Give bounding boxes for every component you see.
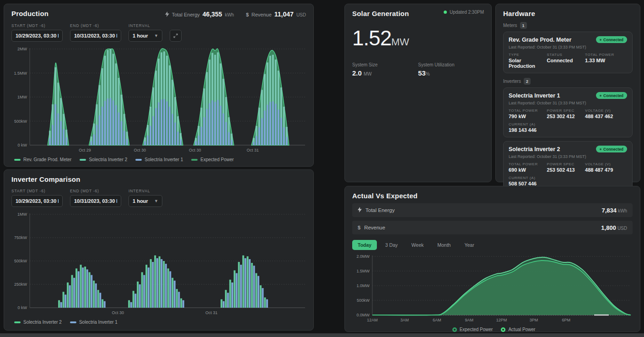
svg-text:12AM: 12AM — [367, 318, 378, 322]
inverter-comparison-chart[interactable]: 1MW750kW500kW250kW0 kWOct 30Oct 31 — [11, 211, 307, 318]
updated-status: Updated 2:30PM — [444, 10, 484, 15]
inverter-field-power-spec: POWER SPEC 253 502 413 — [547, 162, 585, 173]
last-reported: Last Reported: October 31 (3:33 PM MST) — [509, 154, 627, 159]
row-value: 1,800 — [601, 224, 616, 231]
production-stats: Total Energy 46,355 kWh $ Revenue 11,047… — [165, 11, 306, 18]
legend-marker-icon — [501, 327, 505, 332]
legend-item-rev-grade-prod-meter[interactable]: Rev. Grade Prod. Meter — [14, 157, 71, 162]
dollar-icon: $ — [358, 225, 360, 230]
solar-stats: System Size 2.0 MW System Utilization 53… — [352, 62, 484, 77]
inverters-count-badge: 2 — [524, 78, 531, 85]
field-value: 790 kW — [509, 114, 547, 119]
chevron-down-icon: ▼ — [154, 33, 158, 38]
svg-text:0 kW: 0 kW — [17, 143, 27, 147]
start-date-field: START (MDT -6) — [11, 23, 63, 42]
last-reported: Last Reported: October 31 (3:33 PM MST) — [509, 45, 627, 49]
start-date-input[interactable] — [11, 195, 63, 207]
meter-field-status: STATUS Connected — [547, 53, 585, 69]
hardware-title: Hardware — [503, 10, 633, 17]
field-label: TYPE — [509, 53, 547, 57]
inverter-card-2: Solectria Inverter 2 Connected Last Repo… — [503, 141, 633, 191]
revenue-stat: $ Revenue 11,047 USD — [246, 11, 306, 18]
svg-text:6PM: 6PM — [562, 318, 570, 322]
stat-unit: USD — [296, 12, 306, 17]
start-date-label: START (MDT -6) — [11, 23, 63, 28]
meter-name: Rev. Grade Prod. Meter — [509, 37, 571, 43]
badge-label: Connected — [603, 147, 623, 152]
legend-item-solectria-inverter-2[interactable]: Solectria Inverter 2 — [14, 320, 62, 325]
svg-text:6AM: 6AM — [433, 318, 441, 322]
tab-year[interactable]: Year — [459, 240, 479, 250]
end-date-label: END (MDT -6) — [70, 189, 121, 193]
field-value: 488 437 462 — [585, 114, 627, 119]
inverters-section-header: Inverters 2 — [503, 78, 633, 85]
inverter-card-1: Solectria Inverter 1 Connected Last Repo… — [503, 87, 633, 137]
tab-3-day[interactable]: 3 Day — [380, 240, 403, 250]
svg-text:Oct 30: Oct 30 — [112, 310, 124, 315]
interval-label: INTERVAL — [129, 189, 162, 193]
interval-value: 1 hour — [133, 33, 148, 38]
meter-card: Rev. Grade Prod. Meter Connected Last Re… — [503, 32, 633, 73]
interval-select[interactable]: 1 hour ▼ — [129, 195, 162, 207]
field-value: 253 302 412 — [547, 114, 585, 119]
svg-text:0.0MW: 0.0MW — [356, 313, 370, 317]
row-unit: USD — [617, 226, 627, 231]
inverter-field-current: CURRENT (A) 508 507 446 — [509, 176, 547, 186]
legend-label: Solectria Inverter 2 — [89, 157, 127, 162]
legend-item-actual-power[interactable]: Actual Power — [501, 327, 535, 332]
inverter-field-current: CURRENT (A) 198 143 446 — [509, 122, 547, 133]
legend-item-solectria-inverter-1[interactable]: Solectria Inverter 1 — [135, 157, 183, 162]
bottom-bar — [0, 333, 644, 337]
row-label: Revenue — [364, 225, 385, 230]
legend-marker-icon — [135, 159, 142, 161]
connected-badge: Connected — [596, 92, 627, 99]
legend-item-solectria-inverter-2[interactable]: Solectria Inverter 2 — [80, 157, 127, 162]
end-date-input[interactable] — [70, 30, 121, 42]
meters-count-badge: 1 — [520, 22, 527, 29]
legend-item-solectria-inverter-1[interactable]: Solectria Inverter 1 — [70, 320, 118, 325]
inverter-field-voltage: VOLTAGE (V) 488 437 462 — [585, 109, 627, 119]
field-label: VOLTAGE (V) — [585, 109, 627, 113]
expand-chart-button[interactable] — [170, 30, 182, 42]
production-legend: Rev. Grade Prod. MeterSolectria Inverter… — [11, 157, 306, 162]
actual-vs-expected-legend: Expected PowerActual Power — [352, 327, 633, 332]
legend-item-expected-power[interactable]: Expected Power — [191, 157, 234, 162]
svg-text:12PM: 12PM — [496, 318, 507, 322]
end-date-input[interactable] — [70, 195, 121, 207]
start-date-input[interactable] — [11, 30, 63, 42]
interval-select[interactable]: 1 hour ▼ — [129, 30, 162, 42]
row-label: Total Energy — [365, 207, 395, 213]
stat-label: Revenue — [252, 12, 272, 17]
inverter-field-total-power: TOTAL POWER 690 kW — [509, 162, 547, 173]
field-value: 488 487 479 — [585, 167, 627, 173]
production-chart[interactable]: 2MW1.5MW1MW500kW0 kWOct 29Oct 30Oct 30Oc… — [11, 45, 307, 155]
tab-week[interactable]: Week — [406, 240, 429, 250]
connected-badge: Connected — [596, 36, 627, 43]
system-size-stat: System Size 2.0 MW — [352, 62, 418, 77]
legend-label: Actual Power — [508, 327, 535, 332]
legend-item-expected-power[interactable]: Expected Power — [452, 327, 493, 332]
total-energy-row: Total Energy 7,834kWh — [352, 203, 633, 217]
svg-text:3PM: 3PM — [530, 318, 538, 322]
inverter-field-voltage: VOLTAGE (V) 488 487 479 — [585, 162, 627, 173]
svg-text:250kW: 250kW — [14, 282, 27, 287]
legend-label: Expected Power — [460, 327, 493, 332]
tab-today[interactable]: Today — [352, 240, 377, 250]
bolt-icon — [165, 11, 169, 18]
meters-section-header: Meters 1 — [503, 22, 633, 29]
legend-marker-icon — [14, 159, 21, 161]
legend-label: Solectria Inverter 2 — [23, 320, 62, 325]
svg-text:1MW: 1MW — [17, 95, 27, 99]
interval-label: INTERVAL — [129, 23, 162, 28]
actual-vs-expected-chart[interactable]: 2.0MW1.5MW1.0MW500kW0.0MW12AM3AM6AM9AM12… — [352, 254, 633, 325]
dashboard: Production Total Energy 46,355 kWh $ Rev… — [0, 0, 644, 337]
field-label: POWER SPEC — [547, 162, 585, 166]
svg-text:Oct 31: Oct 31 — [205, 310, 218, 315]
field-value: Connected — [547, 58, 585, 63]
solar-generation-title: Solar Generation — [352, 10, 409, 17]
svg-text:500kW: 500kW — [14, 259, 27, 263]
tab-month[interactable]: Month — [432, 240, 456, 250]
system-utilization-label: System Utilization — [418, 62, 484, 67]
inverter-comparison-title: Inverter Comparison — [11, 175, 306, 183]
field-label: TOTAL POWER — [585, 53, 627, 57]
